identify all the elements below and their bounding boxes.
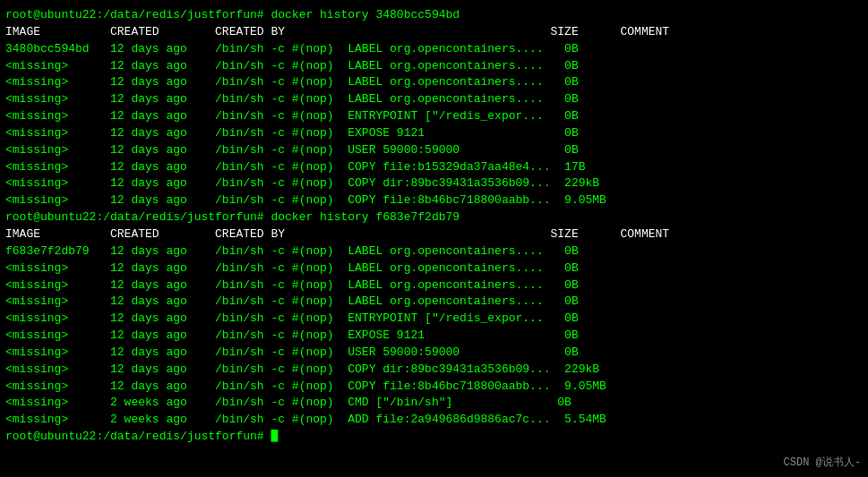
terminal-line: <missing> 12 days ago /bin/sh -c #(nop) … [5,379,863,396]
terminal-line: 3480bcc594bd 12 days ago /bin/sh -c #(no… [5,41,863,58]
terminal-line: <missing> 12 days ago /bin/sh -c #(nop) … [5,277,863,294]
terminal-line: IMAGE CREATED CREATED BY SIZE COMMENT [5,226,863,243]
terminal-line: <missing> 12 days ago /bin/sh -c #(nop) … [5,142,863,159]
terminal-line: <missing> 12 days ago /bin/sh -c #(nop) … [5,91,863,108]
terminal-line: <missing> 12 days ago /bin/sh -c #(nop) … [5,328,863,345]
terminal-line: <missing> 12 days ago /bin/sh -c #(nop) … [5,192,863,209]
terminal-line: <missing> 12 days ago /bin/sh -c #(nop) … [5,260,863,277]
watermark: CSDN @说书人- [784,455,861,470]
terminal-line: <missing> 12 days ago /bin/sh -c #(nop) … [5,108,863,125]
terminal-line: <missing> 12 days ago /bin/sh -c #(nop) … [5,311,863,328]
terminal-line: <missing> 12 days ago /bin/sh -c #(nop) … [5,58,863,75]
terminal-line: root@ubuntu22:/data/redis/justforfun# do… [5,7,863,24]
terminal-line: f683e7f2db79 12 days ago /bin/sh -c #(no… [5,243,863,260]
terminal-line: IMAGE CREATED CREATED BY SIZE COMMENT [5,24,863,41]
terminal-line: <missing> 2 weeks ago /bin/sh -c #(nop) … [5,412,863,429]
terminal-line: <missing> 2 weeks ago /bin/sh -c #(nop) … [5,395,863,412]
terminal-line: <missing> 12 days ago /bin/sh -c #(nop) … [5,362,863,379]
terminal-line: <missing> 12 days ago /bin/sh -c #(nop) … [5,159,863,176]
terminal-line: <missing> 12 days ago /bin/sh -c #(nop) … [5,175,863,192]
terminal-line: root@ubuntu22:/data/redis/justforfun# do… [5,209,863,226]
terminal-line: root@ubuntu22:/data/redis/justforfun# █ [5,429,863,446]
terminal-line: <missing> 12 days ago /bin/sh -c #(nop) … [5,125,863,142]
terminal-window: root@ubuntu22:/data/redis/justforfun# do… [5,7,863,470]
terminal-line: <missing> 12 days ago /bin/sh -c #(nop) … [5,294,863,311]
terminal-line: <missing> 12 days ago /bin/sh -c #(nop) … [5,345,863,362]
terminal-line: <missing> 12 days ago /bin/sh -c #(nop) … [5,74,863,91]
